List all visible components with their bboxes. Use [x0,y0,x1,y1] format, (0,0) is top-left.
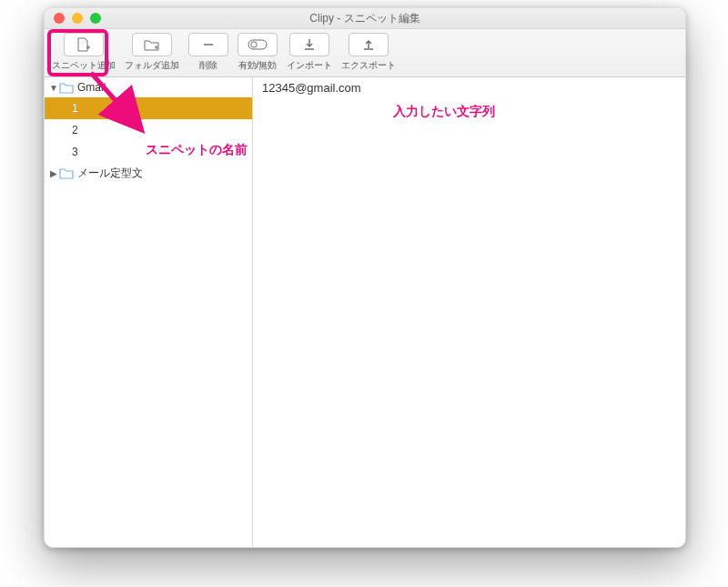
minimize-button[interactable] [72,13,83,24]
snippet-row[interactable]: 2 [45,119,252,141]
folder-plus-icon [132,33,172,56]
disclosure-open-icon[interactable]: ▼ [48,83,59,93]
delete-button[interactable]: 削除 [187,33,230,72]
export-button[interactable]: エクスポート [339,33,398,72]
add-snippet-button[interactable]: スニペット追加 [50,33,117,72]
folder-row[interactable]: ▶メール定型文 [45,163,252,183]
download-icon [289,33,329,56]
disclosure-closed-icon[interactable]: ▶ [48,168,59,178]
toolbar-label: 有効/無効 [238,59,278,72]
svg-point-1 [251,42,257,47]
import-button[interactable]: インポート [285,33,334,72]
toolbar-label: エクスポート [341,59,396,72]
upload-icon [349,33,389,56]
snippet-name: 1 [72,102,78,115]
snippet-row[interactable]: 3 [45,141,252,163]
enable-disable-button[interactable]: 有効/無効 [236,33,279,72]
window-controls [54,13,101,24]
snippet-content-area[interactable]: 12345@gmail.com [253,77,685,547]
toggle-icon [238,33,278,56]
main-body: ▼Gmail123▶メール定型文 12345@gmail.com [45,77,685,547]
snippet-row[interactable]: 1 [45,97,252,119]
zoom-button[interactable] [90,13,101,24]
file-plus-icon [64,33,104,56]
sidebar: ▼Gmail123▶メール定型文 [45,77,253,547]
minus-icon [188,33,228,56]
folder-name: Gmail [77,81,106,94]
window-title: Clipy - スニペット編集 [45,11,685,26]
app-window: Clipy - スニペット編集 スニペット追加 [44,7,686,548]
toolbar: スニペット追加 フォルダ追加 削除 [45,29,685,77]
titlebar: Clipy - スニペット編集 [45,8,685,29]
toolbar-label: スニペット追加 [52,59,116,72]
snippet-content-value: 12345@gmail.com [262,81,361,95]
snippet-name: 2 [72,124,78,137]
snippet-name: 3 [72,146,78,158]
folder-icon [59,167,74,179]
toolbar-label: フォルダ追加 [125,59,179,72]
add-folder-button[interactable]: フォルダ追加 [123,33,181,72]
toolbar-label: 削除 [199,59,217,72]
close-button[interactable] [54,13,65,24]
folder-row[interactable]: ▼Gmail [45,77,252,97]
toolbar-label: インポート [287,59,332,72]
folder-name: メール定型文 [77,166,143,181]
folder-icon [59,82,74,94]
